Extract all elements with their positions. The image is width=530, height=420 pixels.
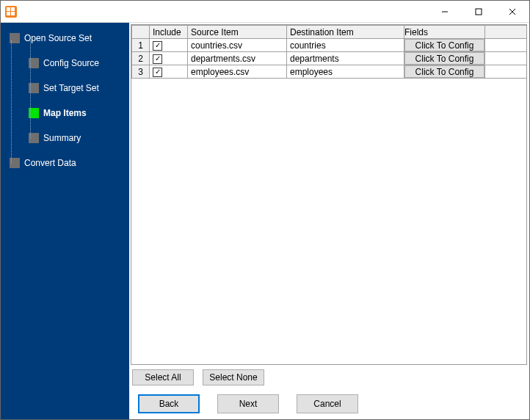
source-cell[interactable]: departments.csv	[188, 52, 287, 65]
header-include[interactable]: Include	[150, 26, 188, 39]
next-button[interactable]: Next	[217, 394, 279, 413]
grid-container: Include Source Item Destination Item Fie…	[131, 24, 527, 365]
row-spacer	[485, 52, 527, 65]
maximize-button[interactable]	[462, 1, 495, 22]
tree-connector	[11, 40, 12, 164]
header-destination[interactable]: Destination Item	[287, 26, 404, 39]
select-all-button[interactable]: Select All	[132, 369, 194, 385]
fields-cell: Click To Config	[404, 39, 485, 52]
nav-buttons: Back Next Cancel	[131, 390, 527, 415]
header-spacer	[485, 26, 527, 39]
nav-tree: Open Source SetConfig SourceSet Target S…	[7, 30, 129, 171]
header-source[interactable]: Source Item	[188, 26, 287, 39]
nav-item[interactable]: Set Target Set	[7, 80, 129, 96]
svg-rect-1	[476, 9, 482, 15]
table-row: 2✓departments.csvdepartmentsClick To Con…	[132, 52, 527, 65]
nav-item[interactable]: Convert Data	[7, 155, 129, 171]
row-spacer	[485, 65, 527, 79]
header-corner	[132, 26, 150, 39]
app-window: Open Source SetConfig SourceSet Target S…	[0, 0, 530, 420]
destination-cell[interactable]: countries	[287, 39, 404, 52]
fields-config-button[interactable]: Click To Config	[404, 39, 484, 51]
nav-item[interactable]: Map Items	[7, 105, 129, 121]
destination-cell[interactable]: departments	[287, 52, 404, 65]
main-panel: Include Source Item Destination Item Fie…	[129, 23, 529, 419]
items-table: Include Source Item Destination Item Fie…	[131, 25, 526, 79]
source-cell[interactable]: countries.csv	[188, 39, 287, 52]
close-icon	[509, 8, 516, 15]
table-row: 1✓countries.csvcountriesClick To Config	[132, 39, 527, 52]
maximize-icon	[475, 8, 482, 15]
cancel-button[interactable]: Cancel	[297, 394, 358, 413]
nav-item-label: Set Target Set	[43, 83, 99, 93]
select-none-button[interactable]: Select None	[203, 369, 264, 385]
minimize-button[interactable]	[428, 1, 462, 22]
row-number[interactable]: 3	[132, 65, 150, 79]
nav-item-label: Summary	[43, 133, 81, 143]
nav-item[interactable]: Open Source Set	[7, 30, 129, 46]
table-header-row: Include Source Item Destination Item Fie…	[132, 26, 527, 39]
nav-item-label: Open Source Set	[24, 33, 92, 43]
fields-cell: Click To Config	[404, 65, 485, 79]
fields-cell: Click To Config	[404, 52, 485, 65]
header-fields[interactable]: Fields	[404, 26, 485, 39]
table-row: 3✓employees.csvemployeesClick To Config	[132, 65, 527, 79]
selection-buttons: Select All Select None	[131, 365, 527, 390]
include-cell[interactable]: ✓	[150, 52, 188, 65]
nav-item-label: Config Source	[43, 58, 99, 68]
minimize-icon	[441, 8, 449, 15]
back-button[interactable]: Back	[138, 394, 200, 413]
nav-item-label: Map Items	[43, 108, 87, 118]
close-button[interactable]	[495, 1, 529, 22]
app-icon	[5, 6, 17, 18]
source-cell[interactable]: employees.csv	[188, 65, 287, 79]
nav-item-label: Convert Data	[24, 158, 76, 168]
include-checkbox[interactable]: ✓	[153, 68, 162, 77]
sidebar: Open Source SetConfig SourceSet Target S…	[1, 23, 129, 419]
include-cell[interactable]: ✓	[150, 39, 188, 52]
titlebar-left	[1, 6, 17, 18]
row-number[interactable]: 2	[132, 52, 150, 65]
fields-config-button[interactable]: Click To Config	[404, 65, 484, 78]
fields-config-button[interactable]: Click To Config	[404, 52, 484, 65]
row-spacer	[485, 39, 527, 52]
include-checkbox[interactable]: ✓	[153, 41, 162, 51]
destination-cell[interactable]: employees	[287, 65, 404, 79]
tree-connector	[30, 40, 31, 139]
titlebar-buttons	[428, 1, 529, 22]
titlebar	[1, 1, 529, 23]
include-checkbox[interactable]: ✓	[153, 54, 162, 64]
nav-item[interactable]: Config Source	[7, 55, 129, 71]
row-number[interactable]: 1	[132, 39, 150, 52]
include-cell[interactable]: ✓	[150, 65, 188, 79]
body: Open Source SetConfig SourceSet Target S…	[1, 23, 529, 419]
nav-item[interactable]: Summary	[7, 130, 129, 146]
